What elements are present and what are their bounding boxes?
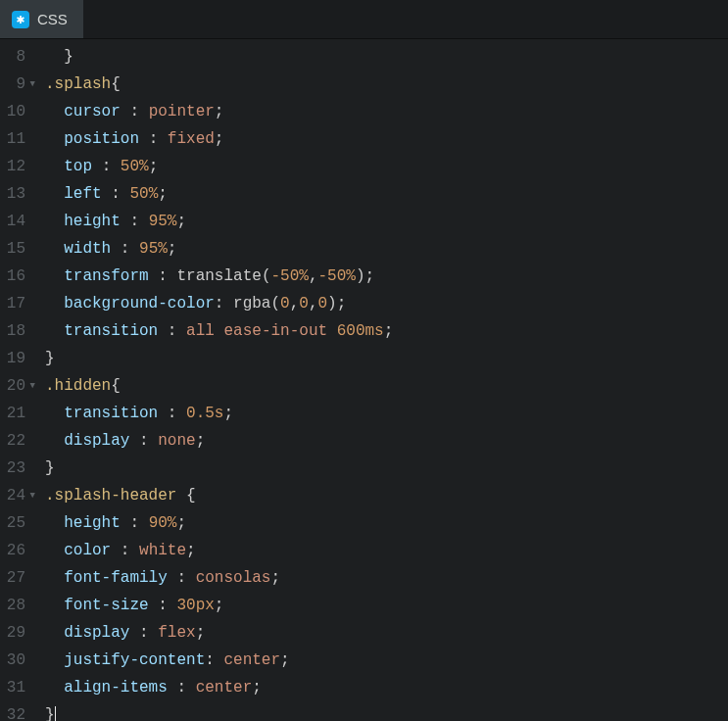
token-punc: :: [129, 103, 139, 120]
token-punc: ;: [215, 130, 224, 148]
token-plain: [158, 130, 168, 148]
code-line[interactable]: background-color: rgba(0,0,0);: [45, 290, 728, 317]
token-punc: :: [102, 158, 112, 175]
line-number: 25: [0, 509, 25, 537]
token-unit: %: [149, 185, 159, 203]
token-prop: transition: [64, 405, 158, 422]
token-plain: [176, 405, 186, 422]
token-val: ease-in-out: [223, 322, 327, 340]
token-punc: ,: [309, 267, 318, 285]
token-plain: [186, 569, 196, 587]
code-line[interactable]: font-size : 30px;: [45, 592, 728, 619]
token-plain: [45, 240, 64, 258]
token-plain: [121, 185, 130, 203]
token-num: -50: [270, 267, 299, 285]
token-plain: [158, 322, 168, 340]
line-number: 19: [0, 345, 25, 372]
code-line[interactable]: .splash-header {: [45, 482, 728, 509]
token-unit: %: [346, 267, 356, 285]
token-punc: }: [64, 48, 73, 66]
token-prop: background-color: [64, 295, 215, 312]
token-plain: [45, 213, 64, 230]
code-line[interactable]: height : 90%;: [45, 509, 728, 537]
token-num: 0.5: [186, 405, 215, 422]
fold-icon[interactable]: ▼: [30, 372, 35, 400]
code-line[interactable]: height : 95%;: [45, 208, 728, 235]
token-plain: [111, 158, 121, 175]
token-plain: [139, 103, 149, 120]
code-line[interactable]: color : white;: [45, 537, 728, 564]
token-plain: [139, 514, 149, 532]
token-punc: :: [139, 432, 149, 450]
code-line[interactable]: display : none;: [45, 427, 728, 455]
code-line[interactable]: display : flex;: [45, 619, 728, 647]
code-line[interactable]: top : 50%;: [45, 153, 728, 180]
code-line[interactable]: transition : all ease-in-out 600ms;: [45, 317, 728, 345]
token-prop: align-items: [64, 679, 168, 697]
code-line[interactable]: .hidden{: [45, 372, 728, 400]
token-punc: :: [158, 267, 168, 285]
code-line[interactable]: position : fixed;: [45, 125, 728, 153]
token-punc: :: [158, 597, 168, 614]
code-line[interactable]: }: [45, 43, 728, 71]
code-line[interactable]: .splash{: [45, 71, 728, 98]
code-line[interactable]: }: [45, 701, 728, 721]
code-line[interactable]: transition : 0.5s;: [45, 400, 728, 427]
code-line[interactable]: justify-content: center;: [45, 647, 728, 674]
token-plain: [223, 295, 233, 312]
code-line[interactable]: left : 50%;: [45, 180, 728, 208]
code-line[interactable]: align-items : center;: [45, 674, 728, 701]
code-line[interactable]: transform : translate(-50%,-50%);: [45, 263, 728, 290]
token-val: flex: [158, 624, 195, 642]
token-punc: ;: [337, 295, 347, 312]
token-prop: transform: [64, 267, 148, 285]
token-val: white: [139, 542, 186, 559]
line-number: 28: [0, 592, 25, 619]
token-num: 0: [299, 295, 309, 312]
line-number: 15: [0, 235, 25, 263]
line-number: 9▼: [0, 71, 25, 98]
token-plain: [139, 130, 149, 148]
token-plain: [149, 624, 159, 642]
code-line[interactable]: font-family : consolas;: [45, 564, 728, 592]
token-plain: [45, 432, 64, 450]
token-punc: ;: [223, 405, 233, 422]
line-number: 32: [0, 701, 25, 721]
line-number: 11: [0, 125, 25, 153]
line-number: 14: [0, 208, 25, 235]
token-plain: [45, 569, 64, 587]
token-punc: :: [168, 405, 177, 422]
line-number: 30: [0, 647, 25, 674]
tab-css[interactable]: ✱ CSS: [0, 0, 83, 38]
token-func: translate: [176, 267, 261, 285]
line-number: 13: [0, 180, 25, 208]
token-plain: [121, 103, 130, 120]
token-plain: [45, 130, 64, 148]
token-prop: left: [64, 185, 101, 203]
token-punc: ;: [149, 158, 159, 175]
code-area[interactable]: }.splash{ cursor : pointer; position : f…: [35, 39, 728, 721]
token-sel: .hidden: [45, 377, 111, 395]
text-cursor: [55, 706, 56, 721]
code-line[interactable]: width : 95%;: [45, 235, 728, 263]
code-line[interactable]: }: [45, 345, 728, 372]
token-punc: ): [356, 267, 365, 285]
token-plain: [45, 103, 64, 120]
token-plain: [186, 679, 196, 697]
token-plain: [121, 213, 130, 230]
code-editor[interactable]: 89▼1011121314151617181920▼21222324▼25262…: [0, 39, 728, 721]
token-plain: [111, 240, 121, 258]
code-line[interactable]: cursor : pointer;: [45, 98, 728, 125]
token-plain: [45, 185, 64, 203]
line-number: 24▼: [0, 482, 25, 509]
token-prop: justify-content: [64, 651, 205, 669]
token-punc: {: [186, 487, 196, 505]
fold-icon[interactable]: ▼: [30, 71, 35, 98]
code-line[interactable]: }: [45, 455, 728, 482]
fold-icon[interactable]: ▼: [30, 482, 35, 509]
token-punc: ;: [196, 432, 206, 450]
line-number: 22: [0, 427, 25, 455]
token-unit: %: [158, 240, 168, 258]
token-punc: ;: [186, 542, 196, 559]
token-plain: [215, 651, 224, 669]
